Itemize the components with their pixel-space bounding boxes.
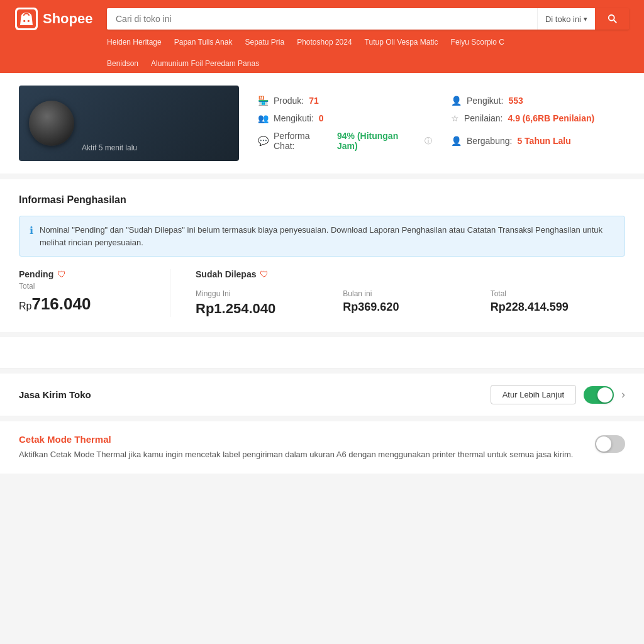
atur-button[interactable]: Atur Lebih Lanjut <box>491 385 576 404</box>
produk-value[interactable]: 71 <box>309 96 319 106</box>
cetak-desc-prefix: A <box>19 450 25 459</box>
bulan-col: Bulan ini Rp369.620 <box>343 289 477 317</box>
divider-1 <box>0 174 644 179</box>
bergabung-info: 👤 Bergabung: 5 Tahun Lalu <box>451 131 625 151</box>
pending-sublabel: Total <box>19 282 145 291</box>
nav-bar: Heiden Heritage Papan Tulis Anak Sepatu … <box>0 38 644 73</box>
bergabung-label: Bergabung: <box>467 136 512 146</box>
shield-icon-pending: 🛡 <box>57 269 66 279</box>
cetak-desc-text: ktifkan Cetak Mode Thermal jika kamu ing… <box>25 450 574 459</box>
logo-text: Shopee <box>43 11 92 27</box>
penilaian-value[interactable]: 4.9 (6,6RB Penilaian) <box>508 113 595 123</box>
jasa-section: Jasa Kirim Toko Atur Lebih Lanjut › <box>0 374 644 416</box>
chat-icon: 💬 <box>258 136 269 146</box>
pending-amount: Rp716.040 <box>19 294 145 314</box>
nav-item-tutup[interactable]: Tutup Oli Vespa Matic <box>365 38 438 47</box>
info-banner-text: Nominal "Pending" dan "Sudah Dilepas" in… <box>40 224 614 248</box>
bergabung-value[interactable]: 5 Tahun Lalu <box>517 136 570 146</box>
shop-status: Aktif 5 menit lalu <box>82 143 137 152</box>
total-amount: Rp228.414.599 <box>491 301 625 314</box>
shop-info-grid: 🏪 Produk: 71 👤 Pengikut: 553 👥 Mengikuti… <box>258 96 625 151</box>
nav-item-alumunium[interactable]: Alumunium Foil Peredam Panas <box>151 59 259 68</box>
sudah-subgrid: Minggu Ini Rp1.254.040 Bulan ini Rp369.6… <box>196 289 625 317</box>
penilaian-label: Penilaian: <box>464 113 503 123</box>
bulan-amount: Rp369.620 <box>343 301 477 314</box>
produk-info: 🏪 Produk: 71 <box>258 96 432 106</box>
search-button[interactable] <box>595 8 629 30</box>
divider-3 <box>0 369 644 374</box>
search-scope-selector[interactable]: Di toko ini ▾ <box>537 8 595 30</box>
total-label: Total <box>491 289 625 298</box>
store-icon: 🏪 <box>258 96 269 106</box>
divider-4 <box>0 416 644 421</box>
spacer-row <box>0 337 644 369</box>
performa-label: Performa Chat: <box>274 131 332 151</box>
logo-icon <box>15 8 38 30</box>
jasa-chevron-icon[interactable]: › <box>621 388 625 401</box>
pending-number: 716.040 <box>31 294 91 313</box>
search-scope-label: Di toko ini <box>545 14 581 24</box>
sudah-label: Sudah Dilepas <box>196 269 256 279</box>
cetak-section: Cetak Mode Thermal Aktifkan Cetak Mode T… <box>0 421 644 474</box>
search-container: Di toko ini ▾ <box>107 8 629 30</box>
nav-item-photoshop[interactable]: Photoshop 2024 <box>297 38 352 47</box>
user-icon: 👥 <box>258 113 269 123</box>
svg-point-1 <box>23 20 25 22</box>
penilaian-info: ☆ Penilaian: 4.9 (6,6RB Penilaian) <box>451 113 625 123</box>
nav-item-sepatu[interactable]: Sepatu Pria <box>245 38 284 47</box>
bulan-label: Bulan ini <box>343 289 477 298</box>
shop-profile: Aktif 5 menit lalu 🏪 Produk: 71 👤 Pengik… <box>0 73 644 174</box>
cetak-text: Cetak Mode Thermal Aktifkan Cetak Mode T… <box>19 434 582 461</box>
star-icon: ☆ <box>451 113 459 123</box>
earnings-grid: Pending 🛡 Total Rp716.040 Sudah Dilepas … <box>19 269 625 317</box>
nav-item-feiyu[interactable]: Feiyu Scorpio C <box>451 38 504 47</box>
performa-info: 💬 Performa Chat: 94% (Hitungan Jam) ⓘ <box>258 131 432 151</box>
logo[interactable]: Shopee <box>15 8 97 30</box>
penghasilan-section: Informasi Penghasilan ℹ Nominal "Pending… <box>0 179 644 332</box>
produk-label: Produk: <box>274 96 304 106</box>
sudah-dilepas-col: Sudah Dilepas 🛡 Minggu Ini Rp1.254.040 B… <box>196 269 625 317</box>
cetak-toggle[interactable] <box>595 435 625 453</box>
chevron-down-icon: ▾ <box>584 15 587 23</box>
shop-banner: Aktif 5 menit lalu <box>19 86 239 161</box>
search-input[interactable] <box>107 8 537 30</box>
minggu-label: Minggu Ini <box>196 289 330 298</box>
person-icon: 👤 <box>451 96 462 106</box>
minggu-col: Minggu Ini Rp1.254.040 <box>196 289 330 317</box>
jasa-controls: Atur Lebih Lanjut › <box>491 385 625 404</box>
cetak-desc: Aktifkan Cetak Mode Thermal jika kamu in… <box>19 448 582 461</box>
info-icon: ⓘ <box>425 136 432 147</box>
performa-value[interactable]: 94% (Hitungan Jam) <box>337 131 419 151</box>
total-col: Total Rp228.414.599 <box>491 289 625 317</box>
pengikut-label: Pengikut: <box>467 96 503 106</box>
mengikuti-label: Mengikuti: <box>274 113 314 123</box>
vertical-divider <box>170 269 170 317</box>
pending-currency: Rp <box>19 301 31 311</box>
calendar-icon: 👤 <box>451 136 462 146</box>
header: Shopee Di toko ini ▾ <box>0 0 644 38</box>
jasa-toggle-knob <box>597 387 613 402</box>
cetak-toggle-knob <box>596 436 611 452</box>
pengikut-info: 👤 Pengikut: 553 <box>451 96 625 106</box>
pending-label: Pending <box>19 269 53 279</box>
nav-item-heiden[interactable]: Heiden Heritage <box>107 38 162 47</box>
mengikuti-value[interactable]: 0 <box>319 113 324 123</box>
shopee-bag-icon <box>17 9 36 28</box>
nav-item-papan[interactable]: Papan Tulis Anak <box>174 38 233 47</box>
search-icon <box>606 13 618 24</box>
shield-icon-sudah: 🛡 <box>260 269 269 279</box>
info-banner: ℹ Nominal "Pending" dan "Sudah Dilepas" … <box>19 216 625 257</box>
nav-item-benidson[interactable]: Benidson <box>107 59 138 68</box>
info-circle-icon: ℹ <box>30 225 33 248</box>
cetak-title: Cetak Mode Thermal <box>19 434 582 445</box>
svg-point-2 <box>28 20 30 22</box>
avatar <box>29 101 74 146</box>
pengikut-value[interactable]: 553 <box>508 96 523 106</box>
section-title: Informasi Penghasilan <box>19 194 625 206</box>
jasa-toggle[interactable] <box>584 386 614 404</box>
pending-header: Pending 🛡 <box>19 269 145 279</box>
divider-2 <box>0 332 644 337</box>
mengikuti-info: 👥 Mengikuti: 0 <box>258 113 432 123</box>
minggu-amount: Rp1.254.040 <box>196 301 330 317</box>
pending-col: Pending 🛡 Total Rp716.040 <box>19 269 145 317</box>
